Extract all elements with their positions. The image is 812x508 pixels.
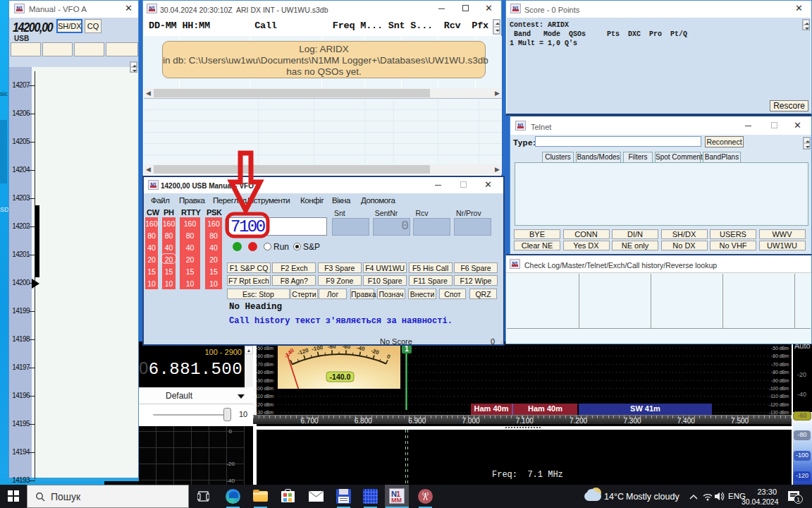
svg-text:-80: -80 — [328, 345, 337, 350]
svg-text:-140.0: -140.0 — [330, 373, 351, 381]
svg-text:-60: -60 — [342, 345, 351, 350]
